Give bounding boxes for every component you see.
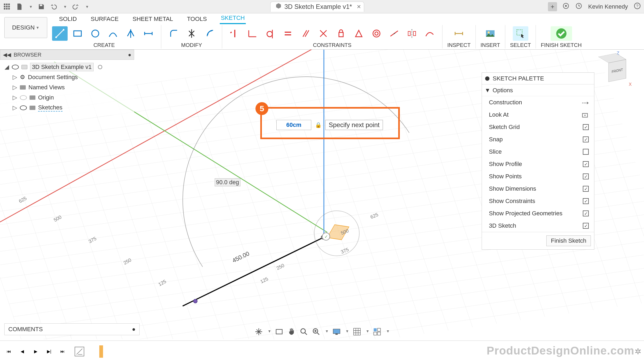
palette-option[interactable]: Show Profile xyxy=(482,158,594,170)
comments-panel[interactable]: COMMENTS ● xyxy=(4,323,140,335)
apps-grid-icon[interactable] xyxy=(3,3,11,10)
visibility-icon[interactable] xyxy=(12,65,19,69)
caret-icon[interactable]: ▼ xyxy=(325,329,329,333)
extensions-icon[interactable] xyxy=(562,2,569,11)
midpoint-constraint-icon[interactable] xyxy=(351,26,367,41)
checkbox[interactable] xyxy=(583,186,589,192)
checkbox[interactable] xyxy=(583,173,589,179)
tab-tools[interactable]: TOOLS xyxy=(186,14,208,24)
job-status-icon[interactable] xyxy=(575,2,582,11)
palette-option[interactable]: Show Constraints xyxy=(482,195,594,207)
help-icon[interactable]: ? xyxy=(634,2,641,11)
tree-item[interactable]: ▷ ⚙ Document Settings xyxy=(0,72,134,82)
display-settings-icon[interactable] xyxy=(332,327,341,335)
construction-icon[interactable] xyxy=(581,99,589,106)
orbit-icon[interactable] xyxy=(254,327,263,335)
tab-solid[interactable]: SOLID xyxy=(58,14,78,24)
group-label[interactable]: MODIFY xyxy=(181,42,202,48)
twist-icon[interactable]: ▷ xyxy=(12,94,17,101)
palette-option[interactable]: Snap xyxy=(482,133,594,146)
twist-icon[interactable]: ▷ xyxy=(12,104,17,111)
fillet-tool-icon[interactable] xyxy=(166,26,182,41)
equal-constraint-icon[interactable] xyxy=(280,26,296,41)
palette-option[interactable]: Sketch Grid xyxy=(482,121,594,133)
palette-option[interactable]: 3D Sketch xyxy=(482,220,594,232)
fit-icon[interactable] xyxy=(312,327,321,335)
finish-sketch-palette-button[interactable]: Finish Sketch xyxy=(546,235,591,246)
grid-settings-icon[interactable] xyxy=(352,327,361,335)
caret-icon[interactable]: ▼ xyxy=(85,5,89,9)
palette-section[interactable]: ▼ Options xyxy=(482,84,594,96)
look-at-icon[interactable] xyxy=(275,327,284,335)
caret-icon[interactable]: ▼ xyxy=(268,329,271,333)
user-name[interactable]: Kevin Kennedy xyxy=(588,3,628,10)
line-endpoint[interactable] xyxy=(193,299,197,303)
caret-icon[interactable]: ▼ xyxy=(345,329,349,333)
visibility-icon[interactable] xyxy=(20,105,27,110)
settings-gear-icon[interactable]: ✲ xyxy=(635,347,641,356)
rectangle-tool-icon[interactable] xyxy=(70,26,85,41)
caret-icon[interactable]: ▼ xyxy=(63,5,67,9)
visibility-icon[interactable] xyxy=(20,95,27,100)
tree-item[interactable]: ▷ Origin xyxy=(0,93,134,103)
symmetry-constraint-icon[interactable] xyxy=(404,26,420,41)
tree-root-label[interactable]: 3D Sketch Example v1 xyxy=(30,63,94,71)
select-tool-icon[interactable] xyxy=(513,26,528,41)
twist-icon[interactable]: ▷ xyxy=(12,84,17,91)
concentric-constraint-icon[interactable] xyxy=(369,26,384,41)
zoom-icon[interactable] xyxy=(299,327,308,335)
tangent-constraint-icon[interactable] xyxy=(262,26,278,41)
offset-tool-icon[interactable] xyxy=(202,26,217,41)
pin-icon[interactable]: ● xyxy=(132,326,136,333)
caret-icon[interactable]: ▼ xyxy=(386,329,390,333)
trim-tool-icon[interactable] xyxy=(184,26,199,41)
mirror-tool-icon[interactable] xyxy=(123,26,138,41)
look-at-icon[interactable] xyxy=(581,112,589,118)
coincident-constraint-icon[interactable] xyxy=(245,26,260,41)
finish-sketch-button[interactable] xyxy=(551,26,572,41)
circle-tool-icon[interactable] xyxy=(87,26,103,41)
group-label[interactable]: CONSTRAINTS xyxy=(313,42,351,48)
line-tool-icon[interactable] xyxy=(52,26,68,41)
tab-surface[interactable]: SURFACE xyxy=(90,14,120,24)
palette-option[interactable]: Show Dimensions xyxy=(482,183,594,195)
tree-item[interactable]: ▷ Sketches xyxy=(0,103,134,113)
tree-root[interactable]: ◢ 3D Sketch Example v1 xyxy=(0,62,134,72)
palette-option[interactable]: Show Points xyxy=(482,170,594,183)
collapse-icon[interactable] xyxy=(485,76,489,81)
curvature-constraint-icon[interactable] xyxy=(422,26,437,41)
arc-tool-icon[interactable] xyxy=(105,26,121,41)
insert-image-icon[interactable] xyxy=(482,26,498,41)
pin-icon[interactable]: ● xyxy=(128,52,131,58)
browser-header[interactable]: ◀◀ BROWSER ● xyxy=(0,50,134,60)
checkbox[interactable] xyxy=(583,161,589,167)
palette-option[interactable]: Show Projected Geometries xyxy=(482,207,594,220)
timeline-marker[interactable] xyxy=(99,345,103,358)
checkbox[interactable] xyxy=(583,136,589,142)
collapse-icon[interactable]: ◀◀ xyxy=(3,51,11,58)
group-label[interactable]: CREATE xyxy=(93,42,115,48)
redo-icon[interactable] xyxy=(72,3,79,10)
palette-header[interactable]: SKETCH PALETTE xyxy=(482,73,594,84)
fix-constraint-icon[interactable] xyxy=(333,26,349,41)
viewcube[interactable]: Z X FRONT RIGHT xyxy=(598,54,631,86)
twist-icon[interactable]: ◢ xyxy=(4,64,9,71)
save-icon[interactable] xyxy=(38,3,45,10)
measure-tool-icon[interactable] xyxy=(451,26,467,41)
viewcube-front[interactable]: FRONT xyxy=(608,59,626,82)
viewport-settings-icon[interactable] xyxy=(373,327,382,335)
new-file-icon[interactable] xyxy=(16,3,23,10)
checkbox[interactable] xyxy=(583,198,589,204)
checkbox[interactable] xyxy=(583,210,589,216)
caret-icon[interactable]: ▼ xyxy=(29,5,33,9)
workspace-switcher[interactable]: DESIGN▼ xyxy=(4,17,47,38)
close-tab-icon[interactable]: ✕ xyxy=(357,3,361,10)
checkbox[interactable] xyxy=(583,223,589,229)
collinear-constraint-icon[interactable] xyxy=(386,26,402,41)
pan-icon[interactable] xyxy=(287,327,296,335)
checkbox[interactable] xyxy=(583,124,589,130)
caret-icon[interactable]: ▼ xyxy=(366,329,369,333)
tab-sheetmetal[interactable]: SHEET METAL xyxy=(131,14,174,24)
palette-option[interactable]: Slice xyxy=(482,146,594,158)
dimension-input[interactable] xyxy=(276,120,311,130)
